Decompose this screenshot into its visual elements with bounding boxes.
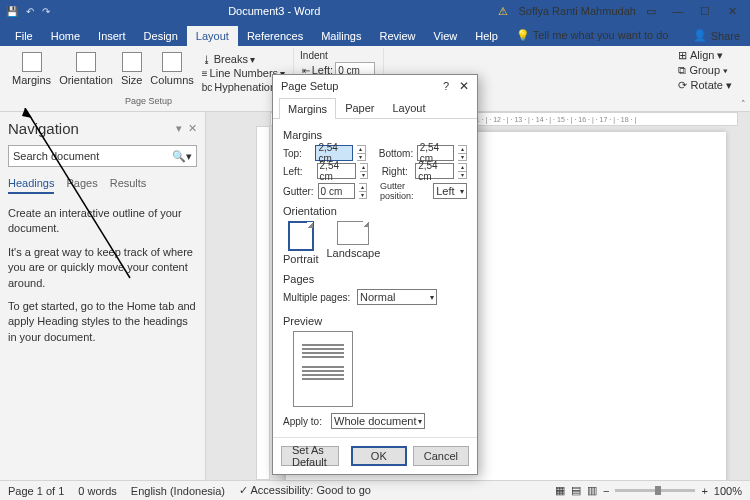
nav-close-icon[interactable]: ✕ <box>188 122 197 135</box>
set-default-button[interactable]: Set As Default <box>281 446 339 466</box>
margins-button[interactable]: Margins <box>8 50 55 96</box>
title-bar: 💾 ↶ ↷ Document3 - Word ⚠ Soflya Ranti Ma… <box>0 0 750 22</box>
dialog-tab-margins[interactable]: Margins <box>279 98 336 119</box>
nav-body: Create an interactive outline of your do… <box>8 206 197 345</box>
dialog-close-icon[interactable]: ✕ <box>459 79 469 93</box>
nav-tab-pages[interactable]: Pages <box>66 177 97 194</box>
nav-title: Navigation <box>8 120 170 137</box>
ribbon-tabs: File Home Insert Design Layout Reference… <box>0 22 750 46</box>
ok-button[interactable]: OK <box>351 446 407 466</box>
margin-bottom-input[interactable]: 2,54 cm <box>417 145 455 161</box>
preview-icon <box>293 331 353 407</box>
rotate-button[interactable]: ⟳ Rotate ▾ <box>678 78 732 93</box>
align-button[interactable]: ⊞ Align ▾ <box>678 48 732 63</box>
status-page[interactable]: Page 1 of 1 <box>8 485 64 497</box>
read-mode-icon[interactable]: ▦ <box>555 484 565 497</box>
warning-icon: ⚠ <box>498 5 508 18</box>
web-layout-icon[interactable]: ▥ <box>587 484 597 497</box>
nav-tab-results[interactable]: Results <box>110 177 147 194</box>
search-icon[interactable]: 🔍▾ <box>172 150 192 163</box>
status-accessibility[interactable]: ✓ Accessibility: Good to go <box>239 484 371 497</box>
window-title: Document3 - Word <box>50 5 498 17</box>
zoom-level[interactable]: 100% <box>714 485 742 497</box>
multiple-pages-combo[interactable]: Normal▾ <box>357 289 437 305</box>
user-name: Soflya Ranti Mahmudah <box>518 5 635 17</box>
margin-top-input[interactable]: 2,54 cm <box>315 145 353 161</box>
group-button[interactable]: ⧉ Group ▾ <box>678 63 732 78</box>
gutter-position-combo[interactable]: Left▾ <box>433 183 467 199</box>
orientation-icon <box>76 52 96 72</box>
portrait-icon <box>288 221 314 251</box>
margin-right-input[interactable]: 2,54 cm <box>415 163 454 179</box>
undo-icon[interactable]: ↶ <box>26 6 34 17</box>
tab-view[interactable]: View <box>425 26 467 46</box>
tab-review[interactable]: Review <box>371 26 425 46</box>
tab-mailings[interactable]: Mailings <box>312 26 370 46</box>
dialog-help-icon[interactable]: ? <box>443 80 449 92</box>
cancel-button[interactable]: Cancel <box>413 446 469 466</box>
orientation-section-label: Orientation <box>283 205 467 217</box>
dialog-tab-layout[interactable]: Layout <box>383 97 434 118</box>
search-input[interactable]: Search document 🔍▾ <box>8 145 197 167</box>
size-button[interactable]: Size <box>117 50 146 96</box>
tab-file[interactable]: File <box>6 26 42 46</box>
nav-dropdown-icon[interactable]: ▾ <box>176 122 182 135</box>
tab-help[interactable]: Help <box>466 26 507 46</box>
arrange-group: ⊞ Align ▾ ⧉ Group ▾ ⟳ Rotate ▾ <box>678 48 732 93</box>
pages-section-label: Pages <box>283 273 467 285</box>
tab-home[interactable]: Home <box>42 26 89 46</box>
zoom-in-icon[interactable]: + <box>701 485 707 497</box>
quick-access-toolbar: 💾 ↶ ↷ <box>6 6 50 17</box>
indent-label: Indent <box>298 50 328 61</box>
search-placeholder: Search document <box>13 150 172 162</box>
margins-section-label: Margins <box>283 129 467 141</box>
minimize-icon[interactable]: — <box>666 5 690 17</box>
breaks-button[interactable]: ⭳ Breaks ▾ <box>202 52 285 66</box>
page-setup-group-label: Page Setup <box>125 96 172 107</box>
preview-section-label: Preview <box>283 315 467 327</box>
status-bar: Page 1 of 1 0 words English (Indonesia) … <box>0 480 750 500</box>
page-setup-dialog: Page Setup ? ✕ Margins Paper Layout Marg… <box>272 74 478 475</box>
margin-left-input[interactable]: 2,54 cm <box>317 163 356 179</box>
redo-icon[interactable]: ↷ <box>42 6 50 17</box>
gutter-input[interactable]: 0 cm <box>318 183 355 199</box>
close-icon[interactable]: ✕ <box>720 5 744 18</box>
save-icon[interactable]: 💾 <box>6 6 18 17</box>
maximize-icon[interactable]: ☐ <box>693 5 717 18</box>
columns-button[interactable]: Columns <box>146 50 197 96</box>
landscape-icon <box>337 221 369 245</box>
tell-me[interactable]: 💡 Tell me what you want to do <box>507 25 678 46</box>
zoom-out-icon[interactable]: − <box>603 485 609 497</box>
tab-references[interactable]: References <box>238 26 312 46</box>
vertical-ruler[interactable] <box>256 126 270 480</box>
status-words[interactable]: 0 words <box>78 485 117 497</box>
share-button[interactable]: 👤Share <box>683 25 750 46</box>
collapse-ribbon-icon[interactable]: ˄ <box>741 99 746 109</box>
landscape-button[interactable]: Landscape <box>326 221 380 265</box>
tab-layout[interactable]: Layout <box>187 26 238 46</box>
orientation-button[interactable]: Orientation <box>55 50 117 96</box>
dialog-tab-paper[interactable]: Paper <box>336 97 383 118</box>
print-layout-icon[interactable]: ▤ <box>571 484 581 497</box>
apply-to-combo[interactable]: Whole document▾ <box>331 413 425 429</box>
size-icon <box>122 52 142 72</box>
zoom-slider[interactable] <box>615 489 695 492</box>
navigation-pane: Navigation ▾ ✕ Search document 🔍▾ Headin… <box>0 112 206 480</box>
tab-insert[interactable]: Insert <box>89 26 135 46</box>
margins-icon <box>22 52 42 72</box>
nav-tab-headings[interactable]: Headings <box>8 177 54 194</box>
tab-design[interactable]: Design <box>135 26 187 46</box>
dialog-title: Page Setup <box>281 80 443 92</box>
portrait-button[interactable]: Portrait <box>283 221 318 265</box>
ribbon-options-icon[interactable]: ▭ <box>646 5 656 18</box>
columns-icon <box>162 52 182 72</box>
status-language[interactable]: English (Indonesia) <box>131 485 225 497</box>
